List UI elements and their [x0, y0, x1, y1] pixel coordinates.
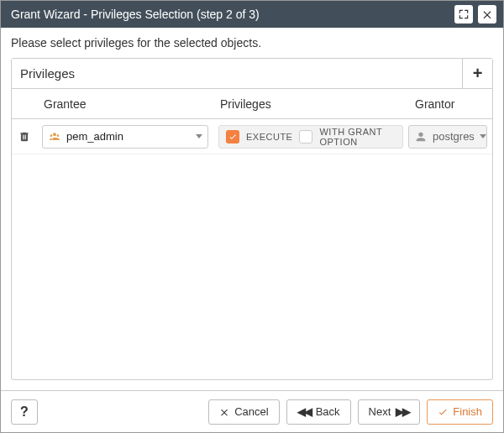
- close-icon: [219, 407, 229, 417]
- execute-label: EXECUTE: [246, 132, 292, 142]
- column-grantee: Grantee: [37, 97, 213, 111]
- column-privileges: Privileges: [213, 97, 408, 111]
- privilege-row: pem_admin EXECUTE WITH GRANT OPTION: [12, 119, 492, 154]
- cancel-label: Cancel: [234, 405, 268, 418]
- column-headers: Grantee Privileges Grantor: [12, 89, 492, 119]
- next-button[interactable]: Next ▶▶: [358, 399, 421, 425]
- grantee-select[interactable]: pem_admin: [42, 125, 208, 149]
- grantee-value: pem_admin: [66, 130, 191, 143]
- privileges-group: EXECUTE WITH GRANT OPTION: [218, 125, 403, 149]
- grantor-select[interactable]: postgres: [408, 125, 487, 149]
- privileges-table: Privileges + Grantee Privileges Grantor: [11, 58, 493, 380]
- group-role-icon: [48, 130, 61, 143]
- expand-icon: [458, 8, 470, 20]
- column-grantor: Grantor: [408, 97, 492, 111]
- close-button[interactable]: [478, 5, 496, 23]
- section-title: Privileges: [12, 66, 462, 81]
- dialog-footer: ? Cancel ◀◀ Back Next ▶▶ Finish: [1, 390, 503, 432]
- execute-checkbox[interactable]: [226, 130, 239, 143]
- with-grant-option-label: WITH GRANT OPTION: [319, 127, 396, 147]
- chevron-double-left-icon: ◀◀: [297, 405, 311, 418]
- privileges-cell: EXECUTE WITH GRANT OPTION: [213, 119, 408, 154]
- help-button[interactable]: ?: [11, 399, 38, 425]
- with-grant-option-checkbox[interactable]: [299, 130, 312, 143]
- trash-icon: [18, 131, 30, 143]
- back-button[interactable]: ◀◀ Back: [286, 399, 351, 425]
- maximize-button[interactable]: [454, 5, 473, 23]
- chevron-down-icon: [480, 134, 486, 138]
- content-area: Privileges + Grantee Privileges Grantor: [1, 58, 503, 390]
- grantee-cell: pem_admin: [37, 125, 213, 149]
- section-header: Privileges +: [12, 59, 492, 89]
- delete-row-button[interactable]: [12, 131, 37, 143]
- finish-label: Finish: [453, 405, 482, 418]
- user-icon: [414, 130, 428, 143]
- grant-wizard-dialog: Grant Wizard - Privileges Selection (ste…: [0, 0, 504, 433]
- add-row-button[interactable]: +: [462, 59, 492, 89]
- finish-button[interactable]: Finish: [427, 399, 493, 425]
- grantor-cell: postgres: [408, 125, 492, 149]
- check-icon: [438, 407, 448, 417]
- next-label: Next: [369, 405, 391, 418]
- instruction-text: Please select privileges for the selecte…: [1, 28, 503, 58]
- grantor-value: postgres: [433, 130, 475, 143]
- chevron-double-right-icon: ▶▶: [396, 405, 409, 418]
- help-icon: ?: [20, 404, 29, 420]
- chevron-down-icon: [196, 134, 202, 138]
- titlebar: Grant Wizard - Privileges Selection (ste…: [1, 1, 503, 28]
- close-icon: [481, 8, 493, 20]
- cancel-button[interactable]: Cancel: [208, 399, 279, 425]
- check-icon: [228, 133, 237, 141]
- back-label: Back: [316, 405, 340, 418]
- window-title: Grant Wizard - Privileges Selection (ste…: [11, 8, 449, 21]
